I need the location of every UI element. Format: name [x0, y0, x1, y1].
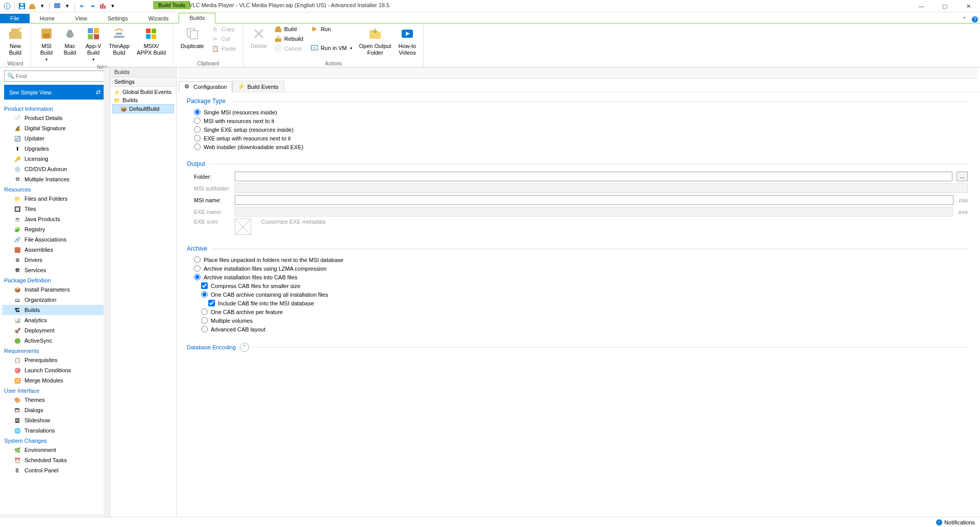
nav-drivers[interactable]: ⚙Drivers [2, 255, 109, 265]
save-icon[interactable] [18, 2, 26, 10]
rebuild-button[interactable]: Rebuild [272, 34, 305, 43]
cut-button[interactable]: ✂Cut [209, 34, 238, 43]
nav-product-details[interactable]: 📄Product Details [2, 113, 109, 123]
radio-one-cab-feature[interactable]: One CAB archive per feature [187, 307, 968, 316]
build-icon[interactable] [28, 2, 36, 10]
subtab-configuration[interactable]: ⚙Configuration [179, 81, 232, 92]
run-button[interactable]: Run [308, 25, 354, 34]
exe-icon-preview[interactable] [235, 219, 251, 235]
dropdown3-icon[interactable]: ▾ [109, 2, 117, 10]
tab-file[interactable]: File [0, 14, 30, 23]
nav-translations[interactable]: 🌐Translations [2, 425, 109, 436]
browse-folder-button[interactable]: ... [957, 172, 968, 181]
radio-single-msi[interactable]: Single MSI (resources inside) [187, 108, 968, 116]
tab-wizards[interactable]: Wizards [138, 14, 179, 23]
nav-registry[interactable]: 🧩Registry [2, 224, 109, 234]
builds-settings-header[interactable]: Settings [110, 77, 176, 87]
chevron-down-icon[interactable]: ˅ [240, 343, 249, 352]
nav-upgrades[interactable]: ⬆Upgrades [2, 143, 109, 154]
nav-dialogs[interactable]: 🗔Dialogs [2, 405, 109, 415]
radio-single-exe[interactable]: Single EXE setup (resources inside) [187, 125, 968, 134]
radio-exe-next[interactable]: EXE setup with resources next to it [187, 134, 968, 142]
nav-builds[interactable]: 🏗Builds [2, 305, 109, 315]
msi-build-button[interactable]: MSI Build▾ [36, 25, 57, 63]
dropdown-icon[interactable]: ▾ [38, 2, 46, 10]
maximize-button[interactable]: ▢ [933, 0, 957, 12]
mac-build-button[interactable]: Mac Build [60, 25, 80, 57]
radio-arc-place[interactable]: Place files unpacked in folders next to … [187, 255, 968, 264]
tab-settings[interactable]: Settings [97, 14, 138, 23]
nav-prerequisites[interactable]: 📋Prerequisites [2, 355, 109, 365]
nav-services[interactable]: 🛠Services [2, 265, 109, 275]
tab-builds[interactable]: Builds [179, 13, 215, 23]
nav-activesync[interactable]: 🟢ActiveSync [2, 336, 109, 346]
run-qat-icon[interactable] [53, 2, 61, 10]
msix-build-button[interactable]: MSIX/ APPX Build [135, 25, 168, 57]
tree-global-build-events[interactable]: ⚡Global Build Events [112, 88, 174, 96]
appv-build-button[interactable]: App-V Build▾ [83, 25, 104, 63]
nav-organization[interactable]: 🗂Organization [2, 295, 109, 305]
nav-launch-conditions[interactable]: 🎯Launch Conditions [2, 365, 109, 375]
nav-scrollbar[interactable] [104, 67, 110, 527]
input-msi-name[interactable] [235, 195, 953, 205]
delete-button[interactable]: Delete [249, 25, 269, 51]
close-button[interactable]: ✕ [957, 0, 980, 12]
radio-arc-cab[interactable]: Archive installation files into CAB file… [187, 273, 968, 281]
duplicate-button[interactable]: Duplicate [179, 25, 206, 51]
tab-view[interactable]: View [65, 14, 97, 23]
options-qat-icon[interactable] [99, 2, 107, 10]
nav-control-panel[interactable]: 🎚Control Panel [2, 465, 109, 475]
build-button[interactable]: Build [272, 25, 305, 34]
nav-cddvd-autorun[interactable]: 💿CD/DVD Autorun [2, 164, 109, 174]
see-simple-view-button[interactable]: See Simple View ⇄ [4, 85, 106, 100]
check-compress-cab[interactable]: Compress CAB files for smaller size [187, 281, 968, 290]
notification-icon[interactable]: ! [936, 519, 942, 525]
nav-themes[interactable]: 🎨Themes [2, 395, 109, 405]
minimize-button[interactable]: — [910, 0, 933, 12]
tab-home[interactable]: Home [30, 14, 65, 23]
notifications-button[interactable]: Notifications [944, 519, 975, 525]
subtab-build-events[interactable]: ⚡Build Events [232, 81, 284, 92]
help-icon[interactable]: ? [970, 16, 980, 23]
undo-icon[interactable] [78, 2, 86, 10]
collapse-ribbon-icon[interactable]: ˄ [960, 16, 970, 23]
dropdown2-icon[interactable]: ▾ [63, 2, 71, 10]
nav-deployment[interactable]: 🚀Deployment [2, 325, 109, 336]
nav-assemblies[interactable]: 🧱Assemblies [2, 245, 109, 255]
nav-merge-modules[interactable]: 🔀Merge Modules [2, 375, 109, 386]
paste-button[interactable]: 📋Paste [209, 44, 238, 53]
redo-icon[interactable] [88, 2, 96, 10]
nav-updater[interactable]: 🔄Updater [2, 133, 109, 143]
nav-tiles[interactable]: 🔲Tiles [2, 204, 109, 214]
thinapp-build-button[interactable]: ThinApp Build [107, 25, 132, 57]
nav-slideshow[interactable]: 🖼Slideshow [2, 415, 109, 425]
howto-videos-button[interactable]: How-to Videos [397, 25, 419, 57]
tree-default-build[interactable]: 📦DefaultBuild [112, 104, 174, 113]
radio-one-cab-all[interactable]: One CAB archive containing all installat… [187, 290, 968, 299]
nav-file-associations[interactable]: 🔗File Associations [2, 234, 109, 245]
nav-java-products[interactable]: ☕Java Products [2, 214, 109, 224]
radio-web-installer[interactable]: Web installer (downloadable small EXE) [187, 142, 968, 151]
input-folder[interactable] [235, 172, 952, 181]
nav-environment[interactable]: 🌿Environment [2, 445, 109, 455]
open-output-button[interactable]: Open Output Folder [357, 25, 394, 57]
radio-advanced-cab[interactable]: Advanced CAB layout [187, 325, 968, 333]
copy-button[interactable]: ⎘Copy [209, 25, 238, 34]
nav-analytics[interactable]: 📊Analytics [2, 315, 109, 325]
nav-files-folders[interactable]: 📁Files and Folders [2, 194, 109, 204]
nav-digital-signature[interactable]: 🔏Digital Signature [2, 123, 109, 133]
nav-install-parameters[interactable]: 📦Install Parameters [2, 284, 109, 295]
legend-db-encoding[interactable]: Database Encoding ˅ [187, 343, 968, 352]
tree-builds-node[interactable]: 📁Builds [112, 96, 174, 104]
run-in-vm-button[interactable]: Run in VM▾ [308, 43, 354, 53]
radio-multiple-volumes[interactable]: Multiple volumes [187, 316, 968, 325]
customize-exe-metadata[interactable]: Customize EXE metadata [261, 219, 326, 225]
new-build-button[interactable]: New Build [5, 25, 26, 57]
back-icon[interactable] [3, 2, 11, 10]
nav-scheduled-tasks[interactable]: ⏰Scheduled Tasks [2, 455, 109, 465]
nav-multiple-instances[interactable]: ⧉Multiple Instances [2, 174, 109, 184]
radio-arc-lzma[interactable]: Archive installation files using LZMA co… [187, 264, 968, 273]
find-input[interactable] [4, 70, 106, 82]
nav-licensing[interactable]: 🔑Licensing [2, 154, 109, 164]
check-include-cab[interactable]: Include CAB file into the MSI database [187, 299, 968, 307]
